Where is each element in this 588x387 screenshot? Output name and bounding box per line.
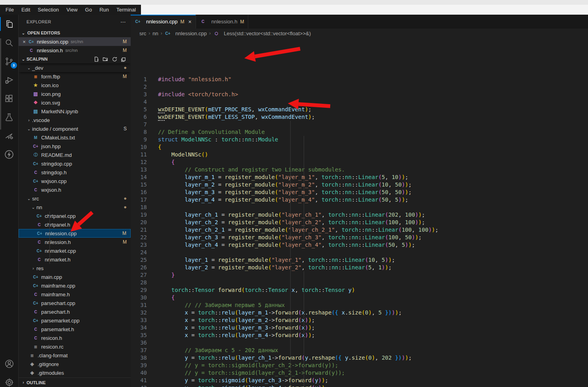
code-line-22[interactable]: 22 layer_ch_3 = register_module("layer_c… xyxy=(131,234,588,241)
code-line-10[interactable]: 10{ xyxy=(131,143,588,151)
menu-item-file[interactable]: File xyxy=(6,7,14,13)
open-editor-nnlession.cpp[interactable]: ×C+nnlession.cppsrc/nnM xyxy=(19,37,131,46)
settings-gear-icon[interactable] xyxy=(0,373,19,387)
new-folder-icon[interactable] xyxy=(103,56,108,62)
code-line-35[interactable]: 35 x = torch::relu(layer_m_4->forward(x)… xyxy=(131,332,588,339)
open-editor-nnlession.h[interactable]: Cnnlession.hsrc/nnM xyxy=(19,46,131,55)
code-line-15[interactable]: 15 layer_m_2 = register_module("layer_m_… xyxy=(131,181,588,189)
tree-item-parsechart.h[interactable]: Cparsechart.h xyxy=(19,307,131,316)
open-editors-header[interactable]: ⌄ OPEN EDITORS xyxy=(19,29,131,37)
code-line-38[interactable]: 38 y = torch::relu(layer_ch_1->forward(y… xyxy=(131,354,588,362)
tree-item-wxjson.h[interactable]: Cwxjson.h xyxy=(19,185,131,194)
tree-item-CMakeLists.txt[interactable]: MCMakeLists.txt xyxy=(19,133,131,142)
tree-item-icon.ico[interactable]: ★icon.ico xyxy=(19,81,131,90)
more-actions-icon[interactable]: ⋯ xyxy=(120,19,126,25)
tree-item-chrtpanel.cpp[interactable]: C+chrtpanel.cpp xyxy=(19,212,131,220)
tree-item-_dev[interactable]: ⌄_dev● xyxy=(19,63,131,72)
tree-item-chrtpanel.h[interactable]: Cchrtpanel.h xyxy=(19,220,131,229)
tree-item-parsemarket.cpp[interactable]: C+parsemarket.cpp xyxy=(19,316,131,325)
tree-item-.vscode[interactable]: ›.vscode xyxy=(19,116,131,124)
tree-item-nnlession.cpp[interactable]: C+nnlession.cppM xyxy=(19,229,131,238)
code-line-18[interactable]: 18 xyxy=(131,204,588,211)
code-line-14[interactable]: 14 layer_m_1 = register_module("layer_m_… xyxy=(131,173,588,181)
testing-icon[interactable] xyxy=(0,108,19,126)
code-line-16[interactable]: 16 layer_m_3 = register_module("layer_m_… xyxy=(131,189,588,196)
code-line-27[interactable]: 27 } xyxy=(131,271,588,279)
code-line-32[interactable]: 32 x = torch::relu(layer_m_1->forward(x.… xyxy=(131,309,588,316)
tab-nnlession.h[interactable]: Cnnlession.hM xyxy=(196,15,249,29)
code-line-3[interactable]: 3#include <torch/torch.h> xyxy=(131,91,588,98)
tree-item-resicon.h[interactable]: Cresicon.h xyxy=(19,334,131,342)
tree-item-nnlession.h[interactable]: Cnnlession.hM xyxy=(19,238,131,246)
code-line-28[interactable]: 28 xyxy=(131,279,588,286)
tree-item-parsechart.cpp[interactable]: C+parsechart.cpp xyxy=(19,299,131,307)
code-line-5[interactable]: 5wxDEFINE_EVENT(mEVT_PROC_RES, wxCommand… xyxy=(131,106,588,113)
tree-item-stringdop.cpp[interactable]: C+stringdop.cpp xyxy=(19,159,131,168)
menu-item-terminal[interactable]: Terminal xyxy=(116,7,136,13)
refresh-icon[interactable] xyxy=(112,56,118,62)
tree-item-.clang-format[interactable]: ≣.clang-format xyxy=(19,351,131,360)
tree-item-.gitignore[interactable]: ◈.gitignore xyxy=(19,360,131,368)
tree-item-parsemarket.h[interactable]: Cparsemarket.h xyxy=(19,325,131,334)
code-line-20[interactable]: 20 layer_ch_2 = register_module("layer_c… xyxy=(131,219,588,226)
menu-item-selection[interactable]: Selection xyxy=(38,7,59,13)
tree-item-mainframe.cpp[interactable]: C+mainframe.cpp xyxy=(19,281,131,290)
code-line-8[interactable]: 8// Define a Convolutional Module xyxy=(131,128,588,136)
code-line-40[interactable]: 40 // y = torch::sigmoid(layer_ch_2_1->f… xyxy=(131,369,588,377)
code-line-31[interactable]: 31 // // Забираем первые 5 данных xyxy=(131,301,588,309)
menu-item-edit[interactable]: Edit xyxy=(21,7,30,13)
breadcrumb-item[interactable]: nn xyxy=(152,31,158,36)
code-line-21[interactable]: 21 layer_ch_2_1 = register_module("layer… xyxy=(131,226,588,234)
code-line-11[interactable]: 11 ModelNNSc() xyxy=(131,151,588,158)
run-debug-icon[interactable] xyxy=(0,71,19,89)
tree-item-nn[interactable]: ⌄nn● xyxy=(19,203,131,212)
custom-extension-icon[interactable] xyxy=(0,126,19,145)
code-line-17[interactable]: 17 layer_m_4 = register_module("layer_m_… xyxy=(131,196,588,204)
tree-item-wxjson.cpp[interactable]: C+wxjson.cpp xyxy=(19,177,131,185)
code-line-39[interactable]: 39 // y = torch::sigmoid(layer_ch_2->for… xyxy=(131,362,588,369)
breadcrumb-item[interactable]: C+nnlession.cpp xyxy=(165,30,207,36)
code-line-37[interactable]: 37 // Забираем с 5 - 202 данных xyxy=(131,347,588,354)
tree-item-.gitmodules[interactable]: ◈.gitmodules xyxy=(19,368,131,377)
outline-header[interactable]: › OUTLINE xyxy=(19,377,131,387)
code-line-6[interactable]: 6wxDEFINE_EVENT(mEVT_LESS_STOP, wxComman… xyxy=(131,113,588,121)
tree-item-stringdop.h[interactable]: Cstringdop.h xyxy=(19,168,131,177)
code-line-19[interactable]: 19 layer_ch_1 = register_module("layer_c… xyxy=(131,211,588,219)
workspace-header[interactable]: ⌄ SCALPNN xyxy=(19,55,131,63)
collapse-all-icon[interactable] xyxy=(121,56,127,62)
tree-item-icon.png[interactable]: ▨icon.png xyxy=(19,90,131,98)
code-line-4[interactable]: 4 xyxy=(131,98,588,106)
code-line-12[interactable]: 12 { xyxy=(131,158,588,166)
tree-item-icon.svg[interactable]: ❖icon.svg xyxy=(19,98,131,107)
explorer-icon[interactable] xyxy=(0,15,19,33)
code-line-1[interactable]: 1#include "nnlession.h" xyxy=(131,76,588,83)
tab-nnlession.cpp[interactable]: C+nnlession.cppM× xyxy=(131,15,196,29)
extensions-icon[interactable] xyxy=(0,89,19,108)
code-line-23[interactable]: 23 layer_ch_4 = register_module("layer_c… xyxy=(131,241,588,249)
tree-item-nnmarket.h[interactable]: Cnnmarket.h xyxy=(19,255,131,264)
close-icon[interactable]: × xyxy=(188,19,192,25)
menu-item-go[interactable]: Go xyxy=(85,7,92,13)
code-line-26[interactable]: 26 layer_2 = register_module("layer_2", … xyxy=(131,264,588,271)
thunder-icon[interactable] xyxy=(0,145,19,164)
code-line-13[interactable]: 13 // Construct and register two Linear … xyxy=(131,166,588,173)
tree-item-mainframe.h[interactable]: Cmainframe.h xyxy=(19,290,131,299)
code-line-29[interactable]: 29 torch::Tensor forward(torch::Tensor x… xyxy=(131,286,588,294)
code-line-9[interactable]: 9struct ModelNNSc : torch::nn::Module xyxy=(131,136,588,143)
code-line-30[interactable]: 30 { xyxy=(131,294,588,301)
tree-item-resicon.rc[interactable]: ≣resicon.rc xyxy=(19,342,131,351)
code-line-36[interactable]: 36 xyxy=(131,339,588,347)
code-line-24[interactable]: 24 xyxy=(131,249,588,256)
account-icon[interactable] xyxy=(0,355,19,373)
search-icon[interactable] xyxy=(0,33,19,52)
tree-item-includecomponent[interactable]: ⌄include / componentS xyxy=(19,124,131,133)
code-area[interactable]: 1#include "nnlession.h"23#include <torch… xyxy=(131,38,588,387)
code-line-42[interactable]: 42 y = torch::sigmoid(layer_ch_4->forwar… xyxy=(131,384,588,387)
tree-item-main.cpp[interactable]: C+main.cpp xyxy=(19,273,131,281)
tree-item-MarketNN.ipynb[interactable]: ▤MarketNN.ipynb xyxy=(19,107,131,116)
source-control-icon[interactable]: 3 xyxy=(0,52,19,71)
menu-item-run[interactable]: Run xyxy=(99,7,109,13)
tree-item-json.hpp[interactable]: C+json.hpp xyxy=(19,142,131,151)
tree-item-res[interactable]: ›res xyxy=(19,264,131,273)
tree-item-nnmarket.cpp[interactable]: C+nnmarket.cpp xyxy=(19,246,131,255)
